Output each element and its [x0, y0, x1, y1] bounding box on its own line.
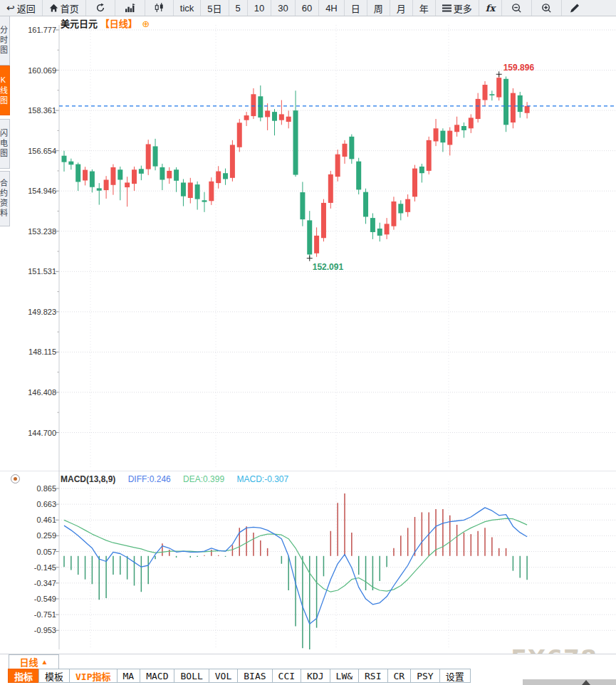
- macd-name[interactable]: MACD(13,8,9): [61, 474, 115, 484]
- zoom-in-button[interactable]: [532, 0, 562, 16]
- price-axis-label: 149.823: [24, 308, 56, 316]
- macd-axis-label: 0.461: [24, 516, 56, 524]
- macd-axis-label: -0.145: [24, 563, 56, 572]
- x-axis-row: [0, 654, 616, 669]
- chart-app: ↩ 返回 首页 tick 5日 5 10 30 60: [0, 0, 616, 685]
- sidebar-tab-time-chart[interactable]: 分时图: [0, 16, 10, 66]
- interval-30min[interactable]: 30: [271, 0, 295, 16]
- macd-header: MACD(13,8,9) DIFF:0.246 DEA:0.399 MACD:-…: [61, 474, 298, 484]
- sidebar-tab-contract-info[interactable]: 合约资料: [0, 171, 10, 226]
- interval-5min[interactable]: 5: [229, 0, 248, 16]
- menu-icon: [442, 4, 451, 12]
- tab-indicator[interactable]: 指标: [8, 669, 39, 683]
- period-selector[interactable]: 日线 ▲: [9, 654, 59, 669]
- tab-vol[interactable]: VOL: [209, 669, 238, 683]
- chart-title: 美元日元 【日线】 ⊕: [61, 16, 150, 30]
- price-axis-label: 148.115: [24, 347, 56, 356]
- period-tag: 【日线】: [100, 19, 137, 29]
- price-axis-label: 144.700: [24, 429, 56, 437]
- price-axis-label: 146.408: [24, 388, 56, 397]
- candlestick-icon: [155, 3, 164, 13]
- macd-axis-label: -0.549: [24, 595, 56, 603]
- interval-60min[interactable]: 60: [296, 0, 319, 16]
- interval-4h[interactable]: 4H: [319, 0, 345, 16]
- interval-10min[interactable]: 10: [248, 0, 271, 16]
- back-label: 返回: [17, 1, 36, 15]
- price-axis-label: 154.946: [24, 187, 56, 195]
- candles-layer: [62, 74, 530, 258]
- refresh-button[interactable]: [86, 0, 115, 16]
- tab-bias[interactable]: BIAS: [237, 669, 272, 683]
- tab-settings[interactable]: 设置: [439, 669, 471, 683]
- tab-template[interactable]: 模板: [38, 669, 70, 683]
- home-button[interactable]: 首页: [43, 0, 86, 16]
- interval-day[interactable]: 日: [345, 0, 367, 16]
- price-axis-label: 160.069: [24, 66, 56, 75]
- candlestick-view-button[interactable]: [145, 0, 174, 16]
- draw-button[interactable]: [562, 0, 583, 16]
- interval-tick[interactable]: tick: [174, 0, 202, 16]
- interval-5day[interactable]: 5日: [201, 0, 229, 16]
- tab-vip-indicator[interactable]: VIP指标: [69, 669, 117, 683]
- price-axis-label: 153.238: [24, 227, 56, 236]
- indicator-settings-icon[interactable]: [11, 474, 20, 483]
- macd-axis-label: 0.663: [24, 500, 56, 508]
- zoom-in-icon: [541, 3, 552, 14]
- zoom-out-icon: [511, 3, 522, 14]
- macd-axis-label: -0.751: [24, 610, 56, 619]
- pane-divider: [0, 471, 616, 471]
- tab-lw[interactable]: LW&: [330, 669, 359, 683]
- back-button[interactable]: ↩ 返回: [0, 0, 43, 16]
- symbol-name: 美元日元: [61, 19, 98, 29]
- macd-macd-value: MACD:-0.307: [236, 474, 288, 484]
- macd-axis-label: 0.865: [24, 484, 56, 493]
- bar-chart-button[interactable]: [115, 0, 145, 16]
- interval-month[interactable]: 月: [390, 0, 413, 16]
- pen-icon: [569, 3, 580, 14]
- interval-year[interactable]: 年: [413, 0, 436, 16]
- tab-boll[interactable]: BOLL: [174, 669, 209, 683]
- refresh-icon: [95, 3, 105, 13]
- chevron-up-icon: ▲: [41, 658, 48, 666]
- price-axis-label: 161.777: [24, 26, 56, 34]
- more-label: 更多: [454, 1, 472, 15]
- horizontal-scrollbar[interactable]: [523, 679, 616, 685]
- macd-axis-label: -0.953: [24, 626, 56, 634]
- period-label: 日线: [20, 655, 38, 669]
- fx-icon: fx: [486, 3, 495, 14]
- indicator-tab-bar: 指标 模板 VIP指标 MA MACD BOLL VOL BIAS CCI KD…: [9, 669, 471, 683]
- more-button[interactable]: 更多: [436, 0, 479, 16]
- macd-axis-label: 0.057: [24, 548, 56, 556]
- macd-diff-value: DIFF:0.246: [128, 474, 171, 484]
- interval-week[interactable]: 周: [367, 0, 390, 16]
- tab-ma[interactable]: MA: [117, 669, 141, 683]
- scroll-arrow-icon[interactable]: [582, 680, 590, 685]
- toolbar: ↩ 返回 首页 tick 5日 5 10 30 60: [0, 0, 616, 16]
- low-price-label: 152.091: [313, 262, 343, 272]
- tab-macd[interactable]: MACD: [140, 669, 174, 683]
- bar-chart-icon: [125, 4, 135, 13]
- sidebar-tab-lightning-chart[interactable]: 闪电图: [0, 119, 10, 169]
- zoom-out-button[interactable]: [502, 0, 532, 16]
- tab-psy[interactable]: PSY: [410, 669, 439, 683]
- macd-layer: [64, 493, 527, 657]
- sidebar-tab-kline-chart[interactable]: K线图: [0, 66, 10, 115]
- macd-axis-label: -0.347: [24, 579, 56, 587]
- price-chart-canvas[interactable]: [0, 0, 616, 685]
- price-axis-label: 158.361: [24, 106, 56, 115]
- macd-dea-value: DEA:0.399: [183, 474, 224, 484]
- back-icon: ↩: [6, 2, 15, 14]
- tab-rsi[interactable]: RSI: [358, 669, 387, 683]
- home-label: 首页: [61, 1, 79, 15]
- home-icon: [49, 4, 58, 13]
- high-price-label: 159.896: [503, 63, 534, 73]
- tab-cci[interactable]: CCI: [272, 669, 301, 683]
- formula-button[interactable]: fx: [479, 0, 502, 16]
- plus-circle-icon[interactable]: ⊕: [142, 19, 150, 29]
- price-axis-label: 151.531: [24, 267, 56, 276]
- price-axis-label: 156.654: [24, 147, 56, 155]
- tab-cr[interactable]: CR: [387, 669, 412, 683]
- macd-axis-label: 0.259: [24, 531, 56, 540]
- tab-kdj[interactable]: KDJ: [301, 669, 330, 683]
